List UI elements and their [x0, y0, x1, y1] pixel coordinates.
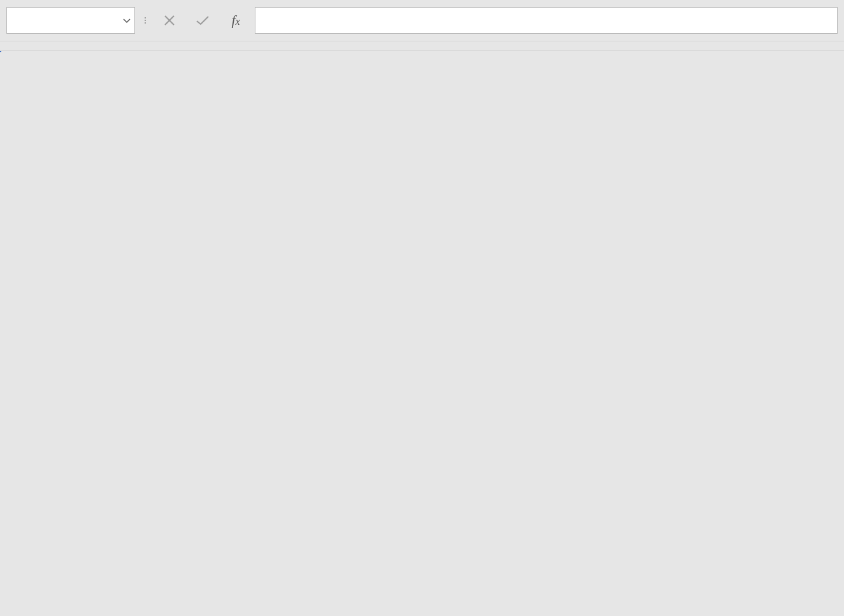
- formula-bar-row: fx: [0, 0, 844, 41]
- spreadsheet-app: fx: [0, 0, 844, 616]
- formula-input[interactable]: [255, 7, 838, 34]
- name-box[interactable]: [6, 7, 135, 34]
- chevron-down-icon[interactable]: [123, 12, 131, 29]
- toolbar-gap: [0, 41, 844, 51]
- close-icon: [163, 14, 176, 27]
- spill-range-border: [0, 51, 1, 52]
- cancel-button[interactable]: [155, 8, 183, 33]
- check-icon: [195, 14, 210, 27]
- fx-icon: fx: [231, 12, 240, 29]
- separator-icon: [140, 17, 150, 24]
- insert-function-button[interactable]: fx: [222, 8, 250, 33]
- enter-button[interactable]: [189, 8, 217, 33]
